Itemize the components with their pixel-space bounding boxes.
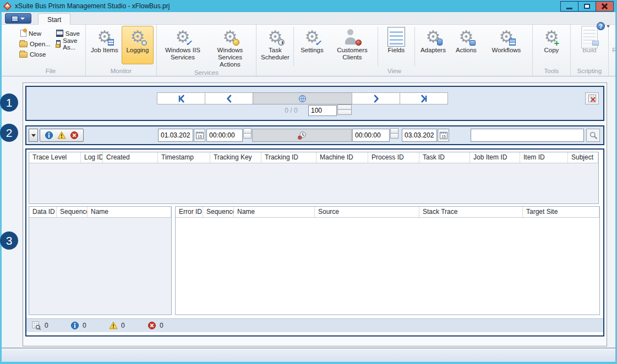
globe-icon: [298, 95, 307, 103]
results-section: Trace LevelLog IDCreatedTimestampTrackin…: [25, 148, 604, 337]
time-from-input[interactable]: [206, 129, 243, 142]
search-button[interactable]: [586, 129, 600, 142]
ribbon-button-close[interactable]: Close: [18, 49, 54, 59]
error-table: Error IDSequenceNameSourceStack TraceTar…: [175, 206, 600, 315]
close-button[interactable]: [596, 1, 614, 12]
search-icon: [589, 131, 598, 140]
last-page-button[interactable]: [400, 92, 448, 104]
warning-level-toggle[interactable]: [57, 131, 66, 140]
trace-level-toggle-group: [40, 129, 84, 142]
column-header-process-id[interactable]: Process ID: [368, 152, 419, 163]
group-separator: [414, 27, 415, 66]
spinner-down-button[interactable]: [337, 109, 352, 115]
error-status-item: 0: [148, 321, 181, 330]
app-menu-icon: [12, 16, 18, 21]
app-menu-button[interactable]: [5, 13, 31, 24]
ribbon: NewOpen...CloseSaveSave As...FileJob Ite…: [2, 25, 615, 76]
ribbon-group-monitor: Job ItemsLoggingMonitor: [86, 25, 157, 76]
ribbon-button-windows-services-actions[interactable]: Windows Services Actions: [207, 26, 253, 69]
log-table-body[interactable]: [29, 163, 598, 203]
column-header-data-id[interactable]: Data ID: [29, 207, 57, 217]
error-table-body[interactable]: [176, 218, 599, 315]
ribbon-button-fields[interactable]: Fields: [380, 26, 412, 64]
column-header-tracking-id[interactable]: Tracking ID: [261, 152, 316, 163]
spinner-down-button[interactable]: [390, 133, 398, 139]
calendar-icon: 15: [195, 131, 204, 140]
last-icon: [420, 95, 428, 103]
date-to-input[interactable]: [402, 129, 437, 142]
ribbon-group-label: Services: [159, 69, 254, 76]
error-level-toggle[interactable]: [70, 131, 79, 140]
first-page-button[interactable]: [157, 92, 205, 104]
column-header-trace-level[interactable]: Trace Level: [29, 152, 81, 163]
group-separator: [293, 27, 294, 66]
ribbon-button-adapters[interactable]: Adapters: [417, 26, 449, 64]
search-input[interactable]: [471, 129, 584, 142]
calendar-icon: 15: [439, 131, 448, 140]
column-header-job-item-id[interactable]: Job Item ID: [470, 152, 520, 163]
clear-results-button[interactable]: [585, 92, 599, 104]
pager-section: 0 / 0: [25, 86, 604, 121]
ribbon-group-testing: Run ActionStop ActionTesting: [609, 25, 615, 76]
tab-start[interactable]: Start: [38, 13, 70, 25]
maximize-icon: [584, 4, 590, 9]
column-header-timestamp[interactable]: Timestamp: [158, 152, 210, 163]
ribbon-button-actions[interactable]: Actions: [450, 26, 482, 64]
previous-page-button[interactable]: [205, 92, 253, 104]
ribbon-button-copy[interactable]: Copy: [536, 26, 567, 64]
ribbon-button-new[interactable]: New: [18, 28, 54, 38]
column-header-source[interactable]: Source: [315, 207, 419, 217]
column-header-machine-id[interactable]: Machine ID: [316, 152, 368, 163]
filter-dropdown-button[interactable]: [29, 129, 38, 142]
ribbon-button-logging[interactable]: Logging: [122, 26, 154, 64]
maximize-button[interactable]: [578, 1, 596, 12]
column-header-name[interactable]: Name: [88, 207, 171, 217]
results-icon: [32, 321, 41, 330]
next-page-button[interactable]: [352, 92, 400, 104]
ribbon-button-open[interactable]: Open...: [18, 38, 54, 49]
column-header-subject[interactable]: Subject: [568, 152, 598, 163]
next-icon: [372, 95, 380, 103]
time-from-spinner: [243, 129, 252, 139]
page-size-input[interactable]: [308, 105, 337, 116]
column-header-error-id[interactable]: Error ID: [176, 207, 203, 217]
ribbon-button-workflows[interactable]: Workflows: [483, 26, 529, 64]
column-header-tracking-key[interactable]: Tracking Key: [210, 152, 261, 163]
spinner-down-button[interactable]: [243, 133, 252, 139]
app-window: xSuite Bus Prism Management Studio - xFl…: [0, 0, 617, 364]
gears-check-icon: [173, 28, 192, 46]
date-from-calendar-button[interactable]: 15: [194, 129, 205, 142]
column-header-created[interactable]: Created: [103, 152, 158, 163]
data-table: Data IDSequenceName: [29, 206, 172, 315]
date-to-calendar-button[interactable]: 15: [438, 129, 449, 142]
column-header-name[interactable]: Name: [234, 207, 315, 217]
column-header-item-id[interactable]: Item ID: [520, 152, 568, 163]
ribbon-button-task-scheduler[interactable]: Task Scheduler: [259, 26, 291, 64]
column-header-target-site[interactable]: Target Site: [523, 207, 599, 217]
gear-box-icon: [457, 28, 476, 46]
ribbon-button-job-items[interactable]: Job Items: [89, 26, 121, 64]
window-body: Start ? NewOpen...CloseSaveSave As...Fil…: [2, 12, 615, 362]
warning-icon: [109, 321, 118, 330]
error-icon: [70, 131, 79, 140]
column-header-task-id[interactable]: Task ID: [419, 152, 470, 163]
timestamp-filter-button[interactable]: [252, 129, 352, 142]
date-from-input[interactable]: [158, 129, 193, 142]
help-button[interactable]: ?: [597, 22, 610, 30]
column-header-log-id[interactable]: Log ID: [81, 152, 103, 163]
close-icon: [601, 3, 608, 9]
fields-icon: [387, 28, 406, 46]
time-to-input[interactable]: [352, 129, 390, 142]
refresh-button[interactable]: [253, 92, 352, 104]
page-counter: 0 / 0: [274, 107, 308, 114]
column-header-sequence[interactable]: Sequence: [203, 207, 234, 217]
column-header-stack-trace[interactable]: Stack Trace: [419, 207, 523, 217]
ribbon-button-save-as[interactable]: Save As...: [55, 38, 83, 49]
data-table-body[interactable]: [29, 218, 171, 315]
ribbon-button-windows-iis-services[interactable]: Windows IIS Services: [160, 26, 206, 64]
minimize-button[interactable]: [560, 1, 578, 12]
ribbon-button-settings[interactable]: Settings: [296, 26, 328, 64]
ribbon-button-customers-clients[interactable]: Customers Clients: [329, 26, 375, 64]
column-header-sequence[interactable]: Sequence: [57, 207, 88, 217]
info-level-toggle[interactable]: [44, 131, 53, 140]
